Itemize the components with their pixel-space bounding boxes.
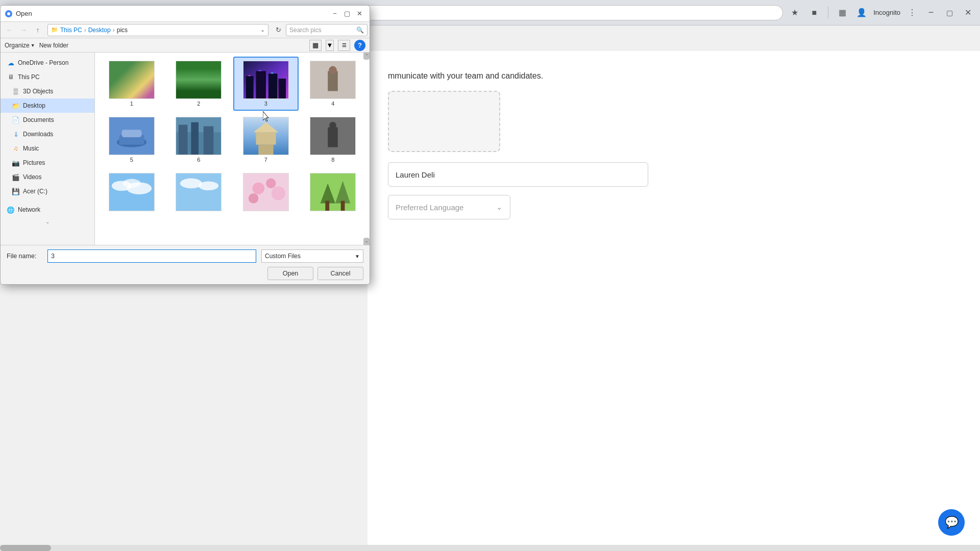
win-close-btn[interactable]: ✕ xyxy=(961,6,975,20)
file-label-5: 5 xyxy=(130,157,133,163)
dialog-close-btn[interactable]: ✕ xyxy=(353,8,365,20)
svg-point-37 xyxy=(199,181,218,190)
thispc-icon: 🖥 xyxy=(7,73,15,81)
network-icon: 🌐 xyxy=(7,206,15,214)
file-thumb-11 xyxy=(243,173,289,211)
acerc-icon: 💾 xyxy=(12,187,20,195)
file-thumb-12 xyxy=(310,173,356,211)
page-body-text: mmunicate with your team and candidates. xyxy=(388,71,960,81)
page-language-select[interactable]: Preferred Language ⌄ xyxy=(388,195,510,219)
dialog-search-box: Search pics 🔍 xyxy=(286,24,368,36)
more-btn[interactable]: ⋮ xyxy=(904,5,920,20)
sidebar-item-network[interactable]: 🌐 Network xyxy=(1,203,94,217)
breadcrumb-pics[interactable]: pics xyxy=(117,27,128,34)
svg-rect-3 xyxy=(176,61,221,98)
page-content-area: mmunicate with your team and candidates.… xyxy=(368,51,980,551)
breadcrumb-this-pc[interactable]: This PC xyxy=(60,27,82,34)
file-item-4[interactable]: 4 xyxy=(301,57,366,111)
browser-scrollbar[interactable] xyxy=(0,545,980,551)
file-thumb-8 xyxy=(310,117,356,155)
pane-btn[interactable]: ☰ xyxy=(338,40,350,51)
sidebar-item-videos[interactable]: 🎬 Videos xyxy=(1,170,94,184)
dialog-minimize-btn[interactable]: − xyxy=(329,8,341,20)
file-item-3[interactable]: 3 xyxy=(233,57,299,111)
breadcrumb-sep1: › xyxy=(84,27,86,34)
file-name-input[interactable] xyxy=(47,249,256,263)
sidebar-label-documents: Documents xyxy=(23,116,54,123)
svg-rect-7 xyxy=(268,73,278,98)
sidebar-label-thispc: This PC xyxy=(18,73,40,81)
file-label-6: 6 xyxy=(197,157,200,163)
file-item-10[interactable] xyxy=(166,169,232,217)
dialog-body: ☁ OneDrive - Person 🖥 This PC ▒ 3D Objec… xyxy=(1,53,370,245)
file-thumb-9 xyxy=(109,173,155,211)
chat-button[interactable]: 💬 xyxy=(938,509,965,536)
svg-rect-43 xyxy=(310,173,355,211)
scrollbar-thumb[interactable] xyxy=(0,545,51,551)
dialog-title: Open xyxy=(16,10,329,17)
file-item-6[interactable]: 6 xyxy=(166,113,232,167)
dialog-refresh-btn[interactable]: ↻ xyxy=(272,23,285,37)
svg-rect-22 xyxy=(191,122,199,155)
profile-btn[interactable]: 👤 xyxy=(854,5,869,20)
svg-point-34 xyxy=(122,179,140,188)
sidebar-item-acerc[interactable]: 💾 Acer (C:) xyxy=(1,184,94,198)
page-upload-area[interactable] xyxy=(388,91,500,152)
new-folder-button[interactable]: New folder xyxy=(39,42,68,49)
divider xyxy=(828,7,828,19)
file-item-5[interactable]: 5 xyxy=(99,113,164,167)
sidebar-scroll-down[interactable]: ⌄ xyxy=(1,217,94,227)
sidebar-item-3dobjects[interactable]: ▒ 3D Objects xyxy=(1,84,94,98)
file-item-7[interactable]: 7 xyxy=(233,113,299,167)
file-thumb-3 xyxy=(243,61,289,99)
win-minimize-btn[interactable]: − xyxy=(924,6,938,20)
file-item-8[interactable]: 8 xyxy=(301,113,366,167)
pictures-icon: 📷 xyxy=(12,159,20,167)
dialog-maximize-btn[interactable]: ▢ xyxy=(341,8,353,20)
vscroll-bottom-btn[interactable]: ⌄ xyxy=(363,238,370,245)
sidebar-item-documents[interactable]: 📄 Documents xyxy=(1,113,94,127)
file-label-4: 4 xyxy=(331,101,334,107)
file-item-9[interactable] xyxy=(99,169,164,217)
win-maximize-btn[interactable]: ▢ xyxy=(942,6,957,20)
file-type-select[interactable]: Custom Files ▼ xyxy=(261,249,363,263)
dialog-cancel-button[interactable]: Cancel xyxy=(317,267,363,280)
search-icon[interactable]: 🔍 xyxy=(356,27,364,34)
file-item-1[interactable]: 1 xyxy=(99,57,164,111)
bookmark-btn[interactable]: ★ xyxy=(787,5,802,20)
incognito-label: Incognito xyxy=(873,9,900,16)
file-item-2[interactable]: 2 xyxy=(166,57,232,111)
sidebar-item-music[interactable]: ♫ Music xyxy=(1,141,94,156)
extension-btn[interactable]: ■ xyxy=(806,5,822,20)
help-button[interactable]: ? xyxy=(354,40,365,51)
dialog-forward-btn[interactable]: → xyxy=(17,23,30,37)
dialog-open-button[interactable]: Open xyxy=(267,267,313,280)
split-view-btn[interactable]: ▦ xyxy=(835,5,850,20)
svg-rect-46 xyxy=(326,201,330,211)
vscroll-top-btn[interactable]: ⌃ xyxy=(363,53,370,60)
page-name-input[interactable] xyxy=(388,162,648,187)
svg-point-1 xyxy=(7,12,10,15)
sidebar-item-pictures[interactable]: 📷 Pictures xyxy=(1,156,94,170)
breadcrumb-dropdown-btn[interactable]: ⌄ xyxy=(260,27,265,33)
file-item-12[interactable] xyxy=(301,169,366,217)
sidebar-item-downloads[interactable]: ⇓ Downloads xyxy=(1,127,94,141)
view-dropdown-btn[interactable]: ▼ xyxy=(326,40,334,51)
sidebar-item-desktop[interactable]: 📁 Desktop xyxy=(1,98,94,113)
view-mode-btn[interactable]: ▦ xyxy=(309,40,322,51)
sidebar-item-onedrive[interactable]: ☁ OneDrive - Person xyxy=(1,56,94,70)
svg-point-40 xyxy=(266,179,276,189)
dialog-up-btn[interactable]: ↑ xyxy=(31,23,44,37)
file-item-11[interactable] xyxy=(233,169,299,217)
3dobjects-icon: ▒ xyxy=(12,87,20,95)
organize-button[interactable]: Organize ▼ xyxy=(5,42,35,49)
page-language-label: Preferred Language xyxy=(396,203,463,212)
breadcrumb-desktop[interactable]: Desktop xyxy=(88,27,111,34)
files-grid: 1 2 xyxy=(99,57,365,217)
sidebar-item-thispc[interactable]: 🖥 This PC xyxy=(1,70,94,84)
dialog-titlebar: Open − ▢ ✕ xyxy=(1,6,370,22)
dialog-back-btn[interactable]: ← xyxy=(3,23,16,37)
dialog-breadcrumb[interactable]: 📁 This PC › Desktop › pics ⌄ xyxy=(47,24,268,36)
svg-rect-11 xyxy=(271,72,274,73)
sidebar-label-desktop: Desktop xyxy=(23,102,45,109)
